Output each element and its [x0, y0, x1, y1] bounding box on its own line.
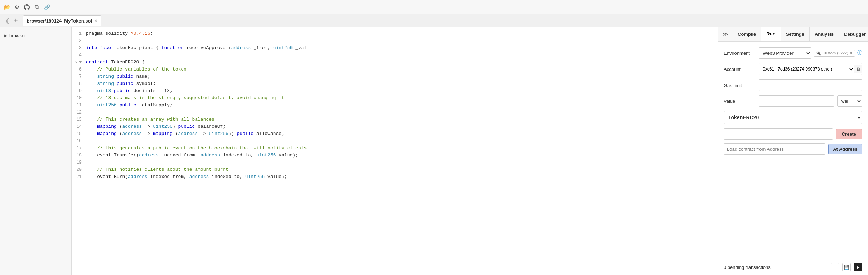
- play-icon: ▶: [857, 265, 859, 270]
- line-content: [86, 159, 718, 166]
- copy-icon[interactable]: ⧉: [33, 3, 41, 11]
- load-address-input[interactable]: [724, 143, 825, 155]
- line-number: 12: [72, 109, 86, 116]
- account-select[interactable]: 0xc61...7ed36 (23274.990378 ether): [759, 63, 854, 75]
- line-content: mapping (address => uint256) public bala…: [86, 123, 718, 130]
- account-row: Account 0xc61...7ed36 (23274.990378 ethe…: [724, 63, 862, 75]
- tab-settings[interactable]: Settings: [781, 27, 810, 41]
- editor-line: 6 // Public variables of the token: [72, 66, 718, 73]
- line-number: 2: [72, 37, 86, 44]
- line-content: pragma solidity ^0.4.16;: [86, 30, 718, 37]
- line-content: event Burn(address indexed from, address…: [86, 173, 718, 180]
- chevron-icon: ▶: [4, 34, 7, 38]
- right-content: Environment Web3 Provider 🔌 Custom (2222…: [718, 42, 868, 259]
- line-number: 21: [72, 173, 86, 180]
- line-content: contract TokenERC20 {: [86, 59, 718, 66]
- environment-select[interactable]: Web3 Provider: [759, 47, 811, 59]
- editor-line: 15 mapping (address => mapping (address …: [72, 130, 718, 138]
- sidebar-item-browser[interactable]: ▶ browser: [0, 31, 71, 40]
- value-input[interactable]: 0: [759, 95, 834, 107]
- line-content: uint8 public decimals = 18;: [86, 87, 718, 95]
- account-select-wrap: 0xc61...7ed36 (23274.990378 ether) ⧉: [759, 63, 862, 75]
- save-icon: 💾: [844, 265, 849, 270]
- load-row: At Address: [724, 143, 862, 155]
- editor-line: 10 // 18 decimals is the strongly sugges…: [72, 95, 718, 102]
- editor-line: 2: [72, 37, 718, 44]
- deploy-args-input[interactable]: 10000,"OreOreCoin","OC": [724, 128, 833, 140]
- at-address-button[interactable]: At Address: [828, 144, 862, 154]
- line-content: mapping (address => mapping (address => …: [86, 130, 718, 138]
- tab-compile[interactable]: Compile: [733, 27, 761, 41]
- line-content: [86, 138, 718, 145]
- editor-line: 3interface tokenRecipient { function rec…: [72, 44, 718, 52]
- line-content: // This creates an array with all balanc…: [86, 116, 718, 123]
- editor-line: 17 // This generates a public event on t…: [72, 145, 718, 152]
- editor-line: 13 // This creates an array with all bal…: [72, 116, 718, 123]
- tab-run[interactable]: Run: [761, 27, 781, 41]
- copy-account-icon[interactable]: ⧉: [854, 65, 862, 73]
- back-button[interactable]: ❮: [3, 17, 12, 24]
- line-number: 20: [72, 166, 86, 173]
- sidebar-item-label: browser: [9, 33, 26, 38]
- save-icon-button[interactable]: 💾: [842, 263, 851, 271]
- line-number: 7: [72, 73, 86, 80]
- pending-transactions-label: 0 pending transactions: [724, 265, 771, 270]
- link-icon[interactable]: 🔗: [43, 3, 51, 11]
- line-number: 17: [72, 145, 86, 152]
- file-tab[interactable]: browser/180124_MyToken.sol ✕: [23, 15, 102, 26]
- close-icon[interactable]: ✕: [94, 19, 97, 23]
- folder-open-icon[interactable]: 📂: [3, 3, 11, 11]
- top-nav: 📂 ⚙ ⧉ 🔗: [0, 0, 868, 14]
- create-button[interactable]: Create: [836, 129, 862, 139]
- editor-line: 7 string public name;: [72, 73, 718, 80]
- minus-icon: −: [834, 265, 836, 270]
- editor-line: 9 uint8 public decimals = 18;: [72, 87, 718, 95]
- environment-label: Environment: [724, 50, 756, 56]
- environment-row: Environment Web3 Provider 🔌 Custom (2222…: [724, 47, 862, 59]
- line-content: event Transfer(address indexed from, add…: [86, 152, 718, 159]
- contract-select[interactable]: TokenERC20: [724, 111, 862, 124]
- line-number: 1: [72, 30, 86, 37]
- tab-analysis[interactable]: Analysis: [810, 27, 839, 41]
- editor-line: 5 ▼contract TokenERC20 {: [72, 59, 718, 66]
- editor-line: 1pragma solidity ^0.4.16;: [72, 30, 718, 37]
- line-content: // Public variables of the token: [86, 66, 718, 73]
- editor-line: 18 event Transfer(address indexed from, …: [72, 152, 718, 159]
- line-content: interface tokenRecipient { function rece…: [86, 44, 718, 52]
- settings-icon[interactable]: ⚙: [13, 3, 21, 11]
- line-number: 6: [72, 66, 86, 73]
- code-editor[interactable]: 1pragma solidity ^0.4.16;2 3interface to…: [72, 27, 718, 275]
- expand-icon[interactable]: ≫: [718, 31, 733, 38]
- line-content: // This notifies clients about the amoun…: [86, 166, 718, 173]
- info-icon[interactable]: ⓘ: [857, 50, 862, 56]
- account-label: Account: [724, 67, 756, 72]
- editor-line: 14 mapping (address => uint256) public b…: [72, 123, 718, 130]
- editor-line: 19: [72, 159, 718, 166]
- line-number: 16: [72, 138, 86, 145]
- line-content: // 18 decimals is the strongly suggested…: [86, 95, 718, 102]
- editor-line: 20 // This notifies clients about the am…: [72, 166, 718, 173]
- line-content: [86, 52, 718, 59]
- gas-limit-row: Gas limit 3000000: [724, 79, 862, 91]
- line-content: [86, 37, 718, 44]
- minus-icon-button[interactable]: −: [831, 263, 839, 271]
- right-panel: ≫ Compile Run Settings Analysis Debugger…: [718, 27, 868, 275]
- line-content: uint256 public totalSupply;: [86, 102, 718, 109]
- line-content: [86, 109, 718, 116]
- new-tab-button[interactable]: +: [12, 17, 20, 24]
- line-number: 11: [72, 102, 86, 109]
- deploy-row: 10000,"OreOreCoin","OC" Create: [724, 128, 862, 140]
- editor-line: 4: [72, 52, 718, 59]
- line-number: 14: [72, 123, 86, 130]
- value-unit-select[interactable]: wei gwei finney ether: [837, 95, 862, 107]
- github-icon[interactable]: [23, 3, 31, 11]
- line-number: 18: [72, 152, 86, 159]
- line-number: 15: [72, 130, 86, 138]
- play-button[interactable]: ▶: [854, 263, 862, 271]
- editor-line: 21 event Burn(address indexed from, addr…: [72, 173, 718, 180]
- tab-title: browser/180124_MyToken.sol: [27, 18, 92, 24]
- line-number: 3: [72, 44, 86, 52]
- gas-limit-input[interactable]: 3000000: [759, 79, 862, 91]
- sidebar: ▶ browser: [0, 27, 72, 275]
- tab-debugger[interactable]: Debugger: [839, 27, 868, 41]
